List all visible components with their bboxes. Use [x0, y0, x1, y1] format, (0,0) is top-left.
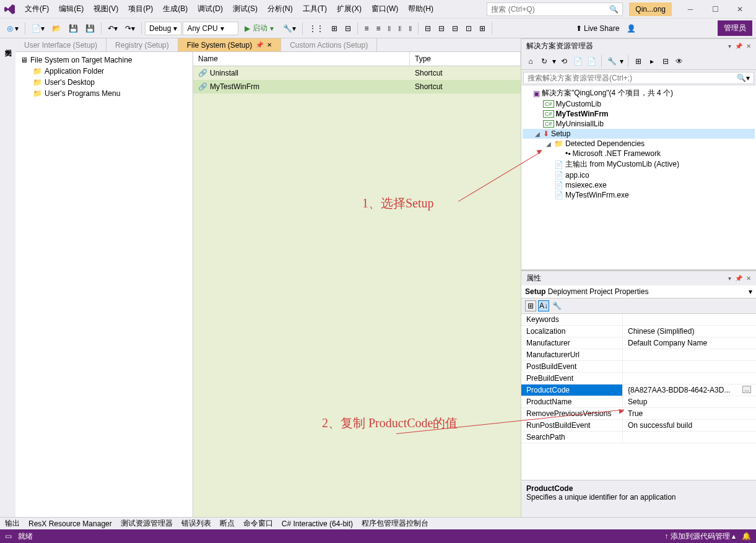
menu-项目(P)[interactable]: 项目(P): [123, 1, 158, 17]
prop-row[interactable]: ManufacturerDefault Company Name: [521, 337, 756, 349]
dropdown-icon[interactable]: ▾: [728, 275, 731, 282]
home-icon[interactable]: ⌂: [525, 56, 536, 67]
start-button[interactable]: ▶ 启动 ▾: [240, 21, 279, 35]
align3[interactable]: ⫴: [406, 22, 415, 35]
doc-tab[interactable]: User Interface (Setup): [15, 38, 106, 51]
menu-文件(F)[interactable]: 文件(F): [20, 1, 54, 17]
view-icon[interactable]: 👁: [674, 56, 685, 67]
menu-生成(B)[interactable]: 生成(B): [158, 1, 193, 17]
menu-工具(T)[interactable]: 工具(T): [298, 1, 332, 17]
prop-row[interactable]: RunPostBuildEventOn successful build: [521, 420, 756, 432]
live-share-button[interactable]: ⬆ Live Share: [573, 22, 622, 35]
fs-folder[interactable]: 📁Application Folder: [18, 66, 190, 77]
maximize-button[interactable]: ☐: [703, 1, 728, 17]
sol-item[interactable]: ◢📁Detected Dependencies: [523, 139, 755, 149]
sol-item[interactable]: •▪Microsoft .NET Framework: [523, 149, 755, 159]
user-badge[interactable]: Qin...ong: [629, 2, 672, 16]
align6[interactable]: ⊟: [449, 22, 461, 35]
feedback-icon[interactable]: 👤: [623, 22, 639, 35]
tb-misc[interactable]: 🔧▾: [280, 22, 299, 35]
save-all-button[interactable]: 💾: [82, 22, 98, 35]
outdent-btn[interactable]: ≡: [373, 22, 383, 35]
sol-item[interactable]: 📄主输出 from MyCustomLib (Active): [523, 159, 755, 170]
indent-btn[interactable]: ≡: [361, 22, 371, 35]
prop-row[interactable]: ProductNameSetup: [521, 396, 756, 408]
doc2-icon[interactable]: 📄: [586, 56, 597, 67]
close-button[interactable]: ✕: [728, 1, 752, 17]
close-icon[interactable]: ✕: [267, 41, 272, 48]
fs-root[interactable]: 🖥 File System on Target Machine: [18, 54, 190, 66]
open-button[interactable]: 📂: [49, 22, 64, 35]
align1[interactable]: ⫴: [385, 22, 394, 35]
align5[interactable]: ⊟: [435, 22, 448, 35]
bottom-tab[interactable]: 输出: [5, 518, 20, 529]
tb-dotted1[interactable]: ⋮⋮: [306, 22, 327, 35]
tb-dotted3[interactable]: ⊟: [342, 22, 354, 35]
props-object-selector[interactable]: Setup Deployment Project Properties ▾: [521, 285, 756, 298]
solution-search-input[interactable]: [528, 74, 737, 82]
dropdown-icon[interactable]: ▾: [728, 43, 731, 50]
sol-item[interactable]: ◢⬇Setup: [523, 129, 755, 139]
pin-icon[interactable]: 📌: [735, 43, 742, 50]
align2[interactable]: ⫴: [395, 22, 404, 35]
bottom-tab[interactable]: 测试资源管理器: [121, 518, 173, 529]
align4[interactable]: ⊟: [422, 22, 434, 35]
doc-icon[interactable]: 📄: [572, 56, 583, 67]
menu-扩展(X)[interactable]: 扩展(X): [332, 1, 367, 17]
fs-row[interactable]: 🔗MyTestWinFrmShortcut: [193, 80, 521, 93]
doc-tab[interactable]: Registry (Setup): [106, 38, 178, 51]
source-control[interactable]: ↑ 添加到源代码管理 ▴: [664, 531, 736, 542]
fs-folder[interactable]: 📁User's Desktop: [18, 77, 190, 88]
prop-row[interactable]: ManufacturerUrl: [521, 349, 756, 361]
save-button[interactable]: 💾: [66, 22, 81, 35]
doc-tab[interactable]: File System (Setup)📌✕: [178, 38, 281, 51]
prop-row[interactable]: Keywords: [521, 314, 756, 326]
prop-row[interactable]: LocalizationChinese (Simplified): [521, 326, 756, 337]
col-name[interactable]: Name: [193, 52, 410, 66]
bottom-tab[interactable]: 程序包管理器控制台: [362, 518, 428, 529]
bell-icon[interactable]: 🔔: [742, 532, 751, 541]
bottom-tab[interactable]: C# Interactive (64-bit): [282, 519, 353, 528]
fs-folder[interactable]: 📁User's Programs Menu: [18, 88, 190, 99]
quick-search[interactable]: 🔍: [487, 2, 623, 16]
close-icon[interactable]: ✕: [746, 43, 751, 50]
new-button[interactable]: 📄▾: [28, 22, 48, 35]
bottom-tab[interactable]: 错误列表: [181, 518, 211, 529]
menu-视图(V)[interactable]: 视图(V): [89, 1, 123, 17]
prop-row[interactable]: PreBuildEvent: [521, 373, 756, 384]
sol-item[interactable]: 📄msiexec.exe: [523, 180, 755, 190]
wrench-icon[interactable]: 🔧: [606, 56, 617, 67]
doc-tab[interactable]: Custom Actions (Setup): [281, 38, 377, 51]
prop-row[interactable]: RemovePreviousVersionsTrue: [521, 408, 756, 420]
config-dropdown[interactable]: Debug▾: [145, 22, 181, 35]
side-tab[interactable]: 服务器资源管理器: [0, 38, 1, 517]
menu-编辑(E)[interactable]: 编辑(E): [54, 1, 89, 17]
align7[interactable]: ⊡: [463, 22, 475, 35]
wrench2-icon[interactable]: 🔧: [551, 300, 562, 311]
prop-row[interactable]: ProductCode{8A827AA3-BDD8-4642-A3D... ..…: [521, 384, 756, 396]
pin-icon[interactable]: 📌: [256, 41, 263, 48]
collapse-icon[interactable]: ⊟: [660, 56, 671, 67]
solution-search[interactable]: 🔍▾: [523, 72, 754, 84]
menu-分析(N)[interactable]: 分析(N): [263, 1, 298, 17]
redo-button[interactable]: ↷▾: [122, 22, 138, 35]
minimize-button[interactable]: ─: [678, 1, 703, 17]
solution-root[interactable]: ▣解决方案"QingLong"(4 个项目，共 4 个): [523, 87, 755, 99]
fs-row[interactable]: 🔗UninstallShortcut: [193, 66, 521, 80]
sol-item[interactable]: C#MyUninsiallLib: [523, 119, 755, 129]
platform-dropdown[interactable]: Any CPU▾: [183, 22, 238, 35]
side-tab[interactable]: 文档大纲: [1, 38, 15, 517]
alphabetical-icon[interactable]: A↓: [538, 300, 549, 311]
menu-帮助(H)[interactable]: 帮助(H): [403, 1, 438, 17]
prop-row[interactable]: SearchPath: [521, 432, 756, 443]
undo-button[interactable]: ↶▾: [105, 22, 121, 35]
tb-dotted2[interactable]: ⊞: [328, 22, 341, 35]
search-input[interactable]: [491, 5, 609, 14]
bottom-tab[interactable]: 命令窗口: [243, 518, 273, 529]
pin-icon[interactable]: 📌: [735, 275, 742, 282]
sol-item[interactable]: C#MyCustomLib: [523, 99, 755, 109]
sol-item[interactable]: 📄MyTestWinFrm.exe: [523, 190, 755, 200]
sol-item[interactable]: C#MyTestWinFrm: [523, 109, 755, 119]
goto-icon[interactable]: ▸: [646, 56, 658, 67]
bottom-tab[interactable]: 断点: [220, 518, 235, 529]
